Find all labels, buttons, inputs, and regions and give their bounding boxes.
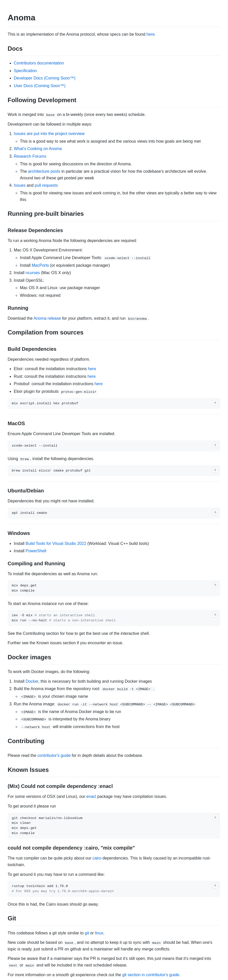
git-contributors-guide-link[interactable]: git section in contributor's guide [122,973,179,977]
list-item: Install Docker, this is necessary for bo… [14,678,220,685]
developer-docs-link[interactable]: Developer Docs (Coming Soon™) [14,76,75,80]
copy-button[interactable]: ⎘ [212,509,218,515]
release-deps-heading: Release Dependencies [8,226,220,234]
cairo-heading: could not compile dependency :cairo, "mi… [8,844,220,852]
docker-text: To work with Docker images, do the follo… [8,668,220,675]
list-item: Install ncurses (Mac OS X only) [14,269,220,276]
list-item: Contributors documentation [14,60,220,67]
docs-list: Contributors documentation Specification… [8,60,220,89]
compiling-running-text3: See the Contributing section for how to … [8,630,220,637]
code-block-apt: apt install cmake ⎘ [8,508,220,519]
list-item: Install OpenSSL: Mac OS X and Linux: use… [14,277,220,299]
spec-link[interactable]: here [147,32,155,37]
list-item: Install PowerShell [14,548,220,554]
linux-link[interactable]: linux [95,931,103,935]
copy-button[interactable]: ⎘ [212,815,218,820]
git-text2: New code should be based on base, and no… [8,939,220,952]
list-item: User Docs (Coming Soon™) [14,83,220,89]
list-item: --network host will enable connections f… [20,724,220,730]
list-item: Rust: consult the installation instructi… [14,373,220,380]
list-item: <IMAGE> is your chosen image name [20,693,220,700]
running-heading: Running [8,304,220,312]
list-item: This is a good way to see what work is a… [20,138,220,145]
list-item: Issues are put into the project overview… [14,130,220,145]
project-overview-link[interactable]: Issues are put into the project overview [14,132,85,136]
pull-requests-link[interactable]: pull requests [35,183,58,188]
list-item: <SUBCOMMAND> is interpreted by the Anoma… [20,716,220,722]
docker-list: Install Docker, this is necessary for bo… [8,678,220,730]
following-dev-para2: Development can be followed in multiple … [8,121,220,127]
git-text1: This codebase follows a git style simila… [8,930,220,936]
macos-brew-text: Using brew, install the following depend… [8,455,220,462]
copy-button[interactable]: ⎘ [212,612,218,617]
code-pre: git checkout marialin/no-libsodium mix c… [8,813,220,839]
macports-link[interactable]: MacPorts [32,263,49,267]
code-pre: rustup toolchain add 1.76.0 # For OSX yo… [8,881,220,897]
rust-install-link[interactable]: here [88,374,96,379]
code-block-protobuf: mix escript.install hex protobuf ⎘ [8,398,220,409]
specification-link[interactable]: Specification [14,68,37,73]
code-block-brew: brew install elixir cmake protobuf git ⎘ [8,465,220,476]
list-item: Install Build Tools for Visual Studio 20… [14,540,220,547]
code-pre: iex -S mix # starts an interactive shell… [8,610,220,626]
macos-heading: MacOS [8,419,220,428]
whats-cooking-link[interactable]: What's Cooking on Anoma [14,146,62,151]
git-text4: For more information on a smooth git exp… [8,972,220,978]
contributors-doc-link[interactable]: Contributors documentation [14,61,64,65]
page-title: Anoma [8,11,220,27]
release-deps-intro: To run a working Anoma Node the followin… [8,237,220,244]
ubuntu-heading: Ubuntu/Debian [8,487,220,495]
list-item: Windows: not required [20,292,220,299]
enacl-link[interactable]: enacl [86,794,96,799]
architecture-posts-link[interactable]: architecture posts [28,169,60,173]
git-text3: Please be aware that if a maintainer say… [8,955,220,968]
code-block-mix-compile: mix deps.get mix compile ⎘ [8,580,220,596]
issues-pull-requests-link[interactable]: Issues [14,183,26,188]
code-pre: xcode-select --install [8,440,220,452]
macos-text: Ensure Apple Command Line Developer Tool… [8,431,220,437]
powershell-link[interactable]: PowerShell [26,549,46,553]
copy-button[interactable]: ⎘ [212,582,218,588]
copy-button[interactable]: ⎘ [212,883,218,888]
user-docs-link[interactable]: User Docs (Coming Soon™) [14,84,65,88]
enacl-text2: To get around it please run [8,803,220,810]
research-forums-link[interactable]: Research Forums [14,154,46,158]
build-deps-heading: Build Dependencies [8,345,220,353]
windows-heading: Windows [8,529,220,537]
code-block-enacl: git checkout marialin/no-libsodium mix c… [8,813,220,839]
list-item: Build the Anoma image from the repositor… [14,686,220,700]
code-block-mix-run: iex -S mix # starts an interactive shell… [8,610,220,626]
list-item: Research Forums This is good for seeing … [14,153,220,181]
ncurses-link[interactable]: ncurses [26,270,40,275]
following-dev-list: Issues are put into the project overview… [8,130,220,203]
list-item: Mac OS X Development Environment: Instal… [14,247,220,269]
build-deps-list: Elixir: consult the installation instruc… [8,366,220,395]
compiling-running-text: To install the dependencies as well as A… [8,571,220,577]
copy-button[interactable]: ⎘ [212,400,218,406]
vs-build-tools-link[interactable]: Build Tools for Visual Studio 2022 [26,541,86,546]
cairo-link[interactable]: cairo [92,856,102,860]
elixir-install-link[interactable]: here [88,367,96,371]
docs-heading: Docs [8,44,220,56]
code-pre: mix escript.install hex protobuf [8,398,220,409]
list-item: Elixir: consult the installation instruc… [14,366,220,372]
protobuf-install-link[interactable]: here [95,382,103,386]
compiling-running-text2: To start an Anoma instance run one of th… [8,600,220,607]
git-heading: Git [8,913,220,926]
list-item: This is good for viewing new issues and … [20,190,220,203]
docker-link[interactable]: Docker [26,679,38,684]
list-item: This is good for seeing discussions on t… [20,161,220,167]
compiling-running-heading: Compiling and Running [8,559,220,568]
code-pre: apt install cmake [8,508,220,519]
page-intro: This is an implementation of the Anoma p… [8,31,220,38]
copy-button[interactable]: ⎘ [212,442,218,448]
copy-button[interactable]: ⎘ [212,467,218,473]
list-item: Elixir plugin for protobuts protoc-gen-e… [14,388,220,395]
docker-heading: Docker images [8,652,220,664]
anoma-release-link[interactable]: Anoma release [33,316,61,320]
contributors-guide-link[interactable]: contributor's guide [37,753,71,757]
enacl-heading: (Mix) Could not compile dependency :enac… [8,782,220,790]
git-link[interactable]: git [85,931,89,935]
list-item: <IMAGE> is the name of Anoma Docker imag… [20,708,220,715]
contributing-text: Please read the contributor's guide for … [8,752,220,759]
